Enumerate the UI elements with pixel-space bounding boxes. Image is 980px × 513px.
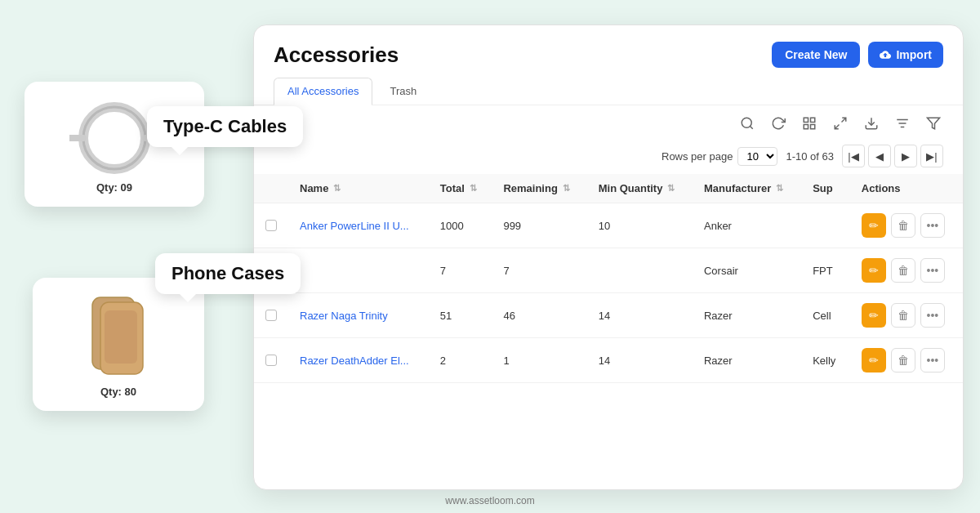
prev-page-button[interactable]: ◀ xyxy=(868,145,891,167)
page-footer: www.assetloom.com xyxy=(0,495,980,506)
phone-illustration xyxy=(69,291,167,381)
rows-per-page-select[interactable]: 10 25 50 xyxy=(737,147,777,166)
col-total: Total ⇅ xyxy=(429,174,492,203)
tab-all-accessories[interactable]: All Accessories xyxy=(274,78,372,105)
page-navigation: |◀ ◀ ▶ ▶| xyxy=(842,145,943,167)
download-icon[interactable] xyxy=(862,114,881,133)
cable-tooltip: Type-C Cables xyxy=(147,106,303,147)
col-manufacturer: Manufacturer ⇅ xyxy=(693,174,801,203)
row-total: 1000 xyxy=(429,203,492,248)
page-title: Accessories xyxy=(274,42,399,68)
svg-line-15 xyxy=(835,125,839,129)
edit-button[interactable]: ✏ xyxy=(862,258,886,283)
sort-name-icon[interactable]: ⇅ xyxy=(333,183,341,194)
sort-minqty-icon[interactable]: ⇅ xyxy=(667,183,675,194)
edit-button[interactable]: ✏ xyxy=(862,303,886,328)
rows-per-page-label: Rows per page xyxy=(662,150,733,163)
sort-remaining-icon[interactable]: ⇅ xyxy=(563,183,570,194)
edit-button[interactable]: ✏ xyxy=(862,213,886,238)
filter-lines-icon[interactable] xyxy=(893,114,912,133)
phone-qty: Qty: 80 xyxy=(100,386,136,398)
filter-icon[interactable] xyxy=(924,114,943,133)
row-name-link[interactable]: Anker PowerLine II U... xyxy=(300,220,409,232)
row-name-link[interactable]: Razer Naga Trinity xyxy=(300,310,388,322)
svg-rect-10 xyxy=(804,118,808,122)
action-group: ✏ 🗑 ••• xyxy=(862,303,951,328)
svg-rect-12 xyxy=(804,125,808,129)
more-button[interactable]: ••• xyxy=(920,348,945,372)
row-remaining: 1 xyxy=(492,338,586,383)
col-checkbox xyxy=(254,174,288,203)
row-total: 2 xyxy=(429,338,492,383)
row-manufacturer: Corsair xyxy=(693,248,801,293)
more-button[interactable]: ••• xyxy=(920,213,945,238)
svg-rect-7 xyxy=(105,310,137,364)
refresh-icon[interactable] xyxy=(768,114,788,133)
panel-header: Accessories Create New Import xyxy=(254,25,963,78)
row-min-qty: 14 xyxy=(587,338,693,383)
tabs-bar: All Accessories Trash xyxy=(254,78,963,105)
svg-marker-20 xyxy=(928,118,940,129)
action-group: ✏ 🗑 ••• xyxy=(862,348,951,372)
cable-svg xyxy=(69,97,159,175)
next-page-button[interactable]: ▶ xyxy=(894,145,917,167)
table-container: Name ⇅ Total ⇅ Remaining xyxy=(254,174,963,383)
expand-icon[interactable] xyxy=(831,114,850,133)
row-checkbox[interactable] xyxy=(265,355,277,366)
sort-total-icon[interactable]: ⇅ xyxy=(470,183,477,194)
accessories-table: Name ⇅ Total ⇅ Remaining xyxy=(254,174,963,383)
row-checkbox[interactable] xyxy=(265,220,277,231)
create-new-button[interactable]: Create New xyxy=(772,42,860,68)
row-supplier: Kelly xyxy=(801,338,850,383)
action-group: ✏ 🗑 ••• xyxy=(862,258,951,283)
svg-point-1 xyxy=(83,107,145,169)
phone-svg xyxy=(69,291,167,381)
row-manufacturer: Razer xyxy=(693,293,801,338)
col-remaining: Remaining ⇅ xyxy=(492,174,586,203)
pagination-row: Rows per page 10 25 50 1-10 of 63 |◀ ◀ ▶… xyxy=(254,141,963,174)
cloud-upload-icon xyxy=(880,49,891,60)
row-name-link[interactable]: Razer DeathAdder El... xyxy=(300,355,409,367)
page-wrapper: Qty: 09 Qty: 80 Type-C Cables Phone Case… xyxy=(0,0,980,513)
row-supplier: Cell xyxy=(801,293,850,338)
table-row: 7 7 Corsair FPT ✏ 🗑 ••• xyxy=(254,248,963,293)
row-supplier xyxy=(801,203,850,248)
phone-tooltip: Phone Cases xyxy=(155,253,301,294)
delete-button[interactable]: 🗑 xyxy=(891,348,915,372)
svg-point-8 xyxy=(742,118,751,127)
row-remaining: 46 xyxy=(492,293,586,338)
grid-icon[interactable] xyxy=(800,114,819,133)
rows-per-page-control: Rows per page 10 25 50 xyxy=(662,147,777,166)
row-supplier: FPT xyxy=(801,248,850,293)
row-remaining: 999 xyxy=(492,203,586,248)
search-icon[interactable] xyxy=(737,114,757,133)
import-button[interactable]: Import xyxy=(868,42,943,68)
row-min-qty: 14 xyxy=(587,293,693,338)
delete-button[interactable]: 🗑 xyxy=(891,213,915,238)
row-total: 51 xyxy=(429,293,492,338)
tab-trash[interactable]: Trash xyxy=(376,78,430,105)
sort-manufacturer-icon[interactable]: ⇅ xyxy=(776,183,783,194)
svg-rect-13 xyxy=(811,125,815,129)
main-panel: Accessories Create New Import All Access… xyxy=(253,25,964,490)
last-page-button[interactable]: ▶| xyxy=(920,145,943,167)
row-manufacturer: Anker xyxy=(693,203,801,248)
svg-rect-11 xyxy=(811,118,815,122)
row-checkbox[interactable] xyxy=(265,310,277,321)
row-total: 7 xyxy=(429,248,492,293)
table-row: Razer DeathAdder El... 2 1 14 Razer Kell… xyxy=(254,338,963,383)
delete-button[interactable]: 🗑 xyxy=(891,258,915,283)
cable-qty: Qty: 09 xyxy=(96,181,132,194)
more-button[interactable]: ••• xyxy=(920,303,945,328)
action-group: ✏ 🗑 ••• xyxy=(862,213,951,238)
svg-line-9 xyxy=(750,126,752,128)
delete-button[interactable]: 🗑 xyxy=(891,303,915,328)
table-row: Anker PowerLine II U... 1000 999 10 Anke… xyxy=(254,203,963,248)
first-page-button[interactable]: |◀ xyxy=(842,145,865,167)
more-button[interactable]: ••• xyxy=(920,258,945,283)
phone-card: Qty: 80 xyxy=(33,278,204,411)
row-min-qty: 10 xyxy=(587,203,693,248)
col-supplier: Sup xyxy=(801,174,850,203)
edit-button[interactable]: ✏ xyxy=(862,348,886,372)
col-name: Name ⇅ xyxy=(288,174,429,203)
